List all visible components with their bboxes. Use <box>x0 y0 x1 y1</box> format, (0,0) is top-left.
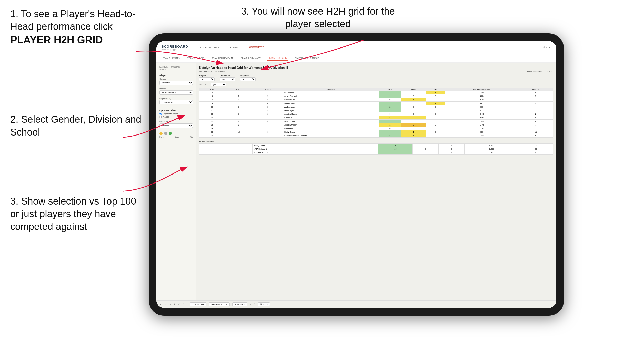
toolbar-redo[interactable]: ↪ <box>169 303 171 305</box>
table-cell: 3 <box>225 98 253 102</box>
toolbar-grid[interactable]: ⊞ <box>174 303 175 305</box>
table-row: 311Esther Lee1011.504 <box>199 91 553 94</box>
table-cell: Jessica Huang <box>283 112 379 116</box>
table-cell: -0.94 <box>445 123 518 127</box>
table-header-row: # Div # Reg # Conf Opponent Win Loss Tie… <box>199 88 553 91</box>
toolbar-save-custom-view[interactable]: Save Custom View <box>209 302 230 306</box>
table-cell: 2 <box>225 94 253 98</box>
toolbar-view-original[interactable]: View: Original <box>190 302 206 306</box>
player-rank-select[interactable]: 8. Katelyn Vo <box>159 100 193 104</box>
out-row-diff: 9.267 <box>464 147 519 151</box>
sub-nav-team-h2h-grid[interactable]: TEAM H2H GRID <box>186 56 206 60</box>
table-cell: Esther Lee <box>283 91 379 94</box>
radio-opponents-played-input[interactable] <box>159 113 162 115</box>
instruction-3-left: 3. Show selection vs Top 100 or just pla… <box>10 195 144 233</box>
sub-nav-player-summary[interactable]: PLAYER SUMMARY <box>240 56 262 60</box>
toolbar-watch[interactable]: 👁 Watch ▼ <box>232 302 247 306</box>
filter-conference-select[interactable]: (All) <box>220 77 235 81</box>
toolbar-timer[interactable]: ⏱ <box>182 303 184 305</box>
table-cell: 0.30 <box>445 130 518 134</box>
filter-opponent-label: Opponent <box>240 74 256 77</box>
table-cell: 11 <box>225 134 253 138</box>
main-table-body: 311Esther Lee1011.504522Alexis Sudjianto… <box>199 91 553 138</box>
sub-nav-player-h2h-grid[interactable]: PLAYER H2H GRID <box>267 56 288 61</box>
gender-label: Gender <box>159 78 193 80</box>
radio-top-100[interactable]: Top 100 <box>159 116 193 118</box>
toolbar-share[interactable]: ⊡ Share <box>258 302 270 306</box>
toolbar-resize[interactable]: ↕ <box>250 303 251 305</box>
table-cell: 4 <box>253 116 283 120</box>
opponent-view-title: Opponent view <box>159 109 193 112</box>
table-cell: 0 <box>426 112 445 116</box>
table-cell: 1.50 <box>445 91 518 94</box>
toolbar-refresh[interactable]: ↺ <box>178 303 180 305</box>
filter-region-select[interactable]: (All) <box>199 77 215 81</box>
toolbar-undo[interactable]: ↩ <box>160 303 162 305</box>
table-cell: 2 <box>253 127 283 130</box>
table-cell: 1 <box>253 112 283 116</box>
colour-select[interactable]: Win/loss <box>159 123 193 128</box>
table-cell: 11 <box>518 130 553 134</box>
table-cell: 1 <box>401 98 426 102</box>
opponents-filter-select[interactable]: (All) <box>211 83 226 86</box>
table-cell: 1 <box>426 91 445 94</box>
table-row: 1474Eunice Yi2200.389 <box>199 116 553 120</box>
table-cell: Sydney Kuo <box>283 98 379 102</box>
nav-tournaments[interactable]: TOURNAMENTS <box>198 45 221 50</box>
toolbar-fullscreen[interactable]: ⊡ <box>254 303 255 305</box>
out-row-label: Foreign Team <box>253 144 378 147</box>
colour-label-up: Up <box>190 136 193 138</box>
table-cell: 3.33 <box>445 109 518 112</box>
table-cell: 10 <box>199 105 225 109</box>
out-table-row: Foreign Team1004.5002 <box>199 144 553 147</box>
table-cell: 1 <box>401 134 426 138</box>
table-cell: 3 <box>518 102 553 105</box>
nav-committee[interactable]: COMMITTEE <box>248 45 266 50</box>
nav-right: Sign out <box>543 46 551 49</box>
table-row: 1634Jessica Mason120-0.947 <box>199 123 553 127</box>
table-cell: 6 <box>518 134 553 138</box>
toolbar-back[interactable]: ← <box>165 303 167 305</box>
table-cell: 5 <box>253 120 283 123</box>
sub-nav: TEAM SUMMARY TEAM H2H GRID TEAM H2H HEAT… <box>156 54 556 63</box>
sub-nav-player-h2h-heatmap[interactable]: PLAYER H2H HEATMAP <box>294 56 320 60</box>
table-cell: 0 <box>426 98 445 102</box>
opponent-view-section: Opponent view Opponents Played Top 100 <box>159 109 193 118</box>
table-cell: 2 <box>518 127 553 130</box>
table-cell: 0 <box>379 98 401 102</box>
table-cell: 3.67 <box>445 102 518 105</box>
out-row-tie: 0 <box>438 147 464 151</box>
gender-select[interactable]: Women's Men's <box>159 81 193 85</box>
table-cell: 0 <box>401 120 426 123</box>
table-cell <box>217 147 235 151</box>
nav-teams[interactable]: TEAMS <box>228 45 240 50</box>
table-cell: Federica Domecq Lacroze <box>283 134 379 138</box>
filter-opponent-select[interactable]: (All) <box>240 77 256 81</box>
nav-sign-out[interactable]: Sign out <box>543 46 551 49</box>
toolbar-sep: | <box>187 303 187 305</box>
table-cell: 0 <box>426 116 445 120</box>
table-cell: 0 <box>379 127 401 130</box>
player-section-title: Player <box>159 74 193 77</box>
table-cell: 3 <box>199 91 225 94</box>
table-cell: 0 <box>426 105 445 109</box>
sub-nav-team-h2h-heatmap[interactable]: TEAM H2H HEATMAP <box>210 56 235 60</box>
table-cell: 4.00 <box>445 94 518 98</box>
table-cell <box>235 144 253 147</box>
table-cell: -5.00 <box>445 127 518 130</box>
instructions-left: 1. To see a Player's Head-to-Head perfor… <box>0 0 154 251</box>
table-cell: 1 <box>253 91 283 94</box>
division-select[interactable]: NCAA Division III NCAA Division I NCAA D… <box>159 90 193 95</box>
sub-nav-team-summary[interactable]: TEAM SUMMARY <box>162 56 181 60</box>
radio-opponents-played[interactable]: Opponents Played <box>159 113 193 115</box>
table-cell: 7 <box>518 123 553 127</box>
logo-sub: Powered by clippd <box>162 49 188 50</box>
out-row-diff: 4.500 <box>464 144 519 147</box>
radio-top-100-label: Top 100 <box>163 116 169 118</box>
table-cell <box>518 98 553 102</box>
table-cell <box>217 151 235 155</box>
table-cell <box>217 144 235 147</box>
table-cell: 0 <box>426 123 445 127</box>
table-cell <box>199 151 217 155</box>
radio-top-100-input[interactable] <box>159 116 162 118</box>
